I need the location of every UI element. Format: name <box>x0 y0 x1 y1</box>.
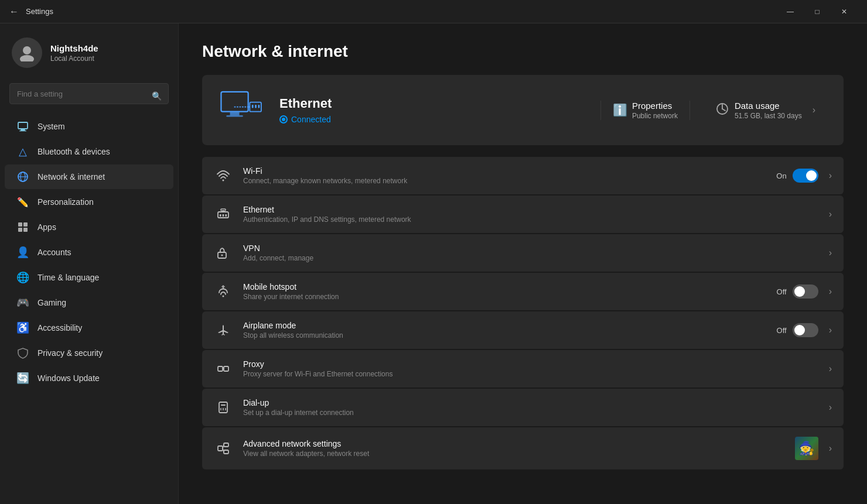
properties-icon: ℹ️ <box>613 103 627 117</box>
gaming-icon: 🎮 <box>16 296 29 309</box>
advanced-right: 🧙 › <box>795 437 832 460</box>
sidebar-item-label-accessibility: Accessibility <box>37 323 82 332</box>
hotspot-icon <box>214 282 233 301</box>
advanced-label: Advanced network settings <box>243 439 784 448</box>
settings-item-text-hotspot: Mobile hotspot Share your internet conne… <box>243 282 766 301</box>
svg-rect-11 <box>23 228 28 232</box>
ethernet-props-text: Properties Public network <box>632 101 678 120</box>
settings-item-text-proxy: Proxy Proxy server for Wi-Fi and Etherne… <box>243 359 814 378</box>
dialup-label: Dial-up <box>243 398 814 407</box>
svg-rect-2 <box>18 122 28 129</box>
ethernet-right: › <box>824 209 832 220</box>
user-profile[interactable]: Nightsh4de Local Account <box>0 23 178 78</box>
settings-item-dialup[interactable]: Dial-up Set up a dial-up internet connec… <box>202 389 844 426</box>
search-input[interactable] <box>9 83 169 104</box>
svg-rect-13 <box>230 112 240 115</box>
search-container: 🔍 <box>0 78 178 114</box>
wifi-icon <box>214 166 233 185</box>
app-container: Nightsh4de Local Account 🔍 System <box>0 23 867 504</box>
sidebar-item-update[interactable]: 🔄 Windows Update <box>5 366 173 390</box>
settings-item-ethernet[interactable]: Ethernet Authentication, IP and DNS sett… <box>202 196 844 233</box>
sidebar-item-accessibility[interactable]: ♿ Accessibility <box>5 316 173 340</box>
ethernet-status-text: Connected <box>291 115 331 124</box>
ethernet-properties[interactable]: ℹ️ Properties Public network <box>600 101 690 120</box>
sidebar-item-time[interactable]: 🌐 Time & language <box>5 265 173 290</box>
sidebar-item-network[interactable]: Network & internet <box>5 164 173 189</box>
svg-rect-9 <box>23 222 28 227</box>
advanced-desc: View all network adapters, network reset <box>243 450 784 458</box>
settings-item-text-wifi: Wi-Fi Connect, manage known networks, me… <box>243 166 766 185</box>
privacy-icon <box>16 347 29 359</box>
ethernet-data-usage[interactable]: Data usage 51.5 GB, last 30 days › <box>704 101 827 120</box>
proxy-icon <box>214 359 233 378</box>
proxy-right: › <box>824 364 832 374</box>
airplane-icon <box>214 321 233 340</box>
user-type: Local Account <box>50 54 98 63</box>
sidebar-item-system[interactable]: System <box>5 114 173 139</box>
settings-item-advanced[interactable]: Advanced network settings View all netwo… <box>202 427 844 469</box>
hotspot-chevron: › <box>829 286 832 297</box>
settings-item-text-dialup: Dial-up Set up a dial-up internet connec… <box>243 398 814 417</box>
sidebar-item-accounts[interactable]: 👤 Accounts <box>5 240 173 265</box>
settings-item-airplane[interactable]: Airplane mode Stop all wireless communic… <box>202 311 844 349</box>
titlebar-controls: — □ ✕ <box>777 0 858 23</box>
properties-sub: Public network <box>632 112 678 120</box>
avatar <box>12 37 42 68</box>
svg-line-44 <box>223 445 224 448</box>
sidebar-item-gaming[interactable]: 🎮 Gaming <box>5 290 173 315</box>
settings-item-text-airplane: Airplane mode Stop all wireless communic… <box>243 321 766 340</box>
proxy-label: Proxy <box>243 359 814 369</box>
settings-item-vpn[interactable]: VPN Add, connect, manage › <box>202 234 844 272</box>
settings-item-wifi[interactable]: Wi-Fi Connect, manage known networks, me… <box>202 157 844 194</box>
hotspot-toggle-label: Off <box>777 287 787 296</box>
svg-rect-28 <box>221 209 226 211</box>
minimize-button[interactable]: — <box>777 0 804 23</box>
ethernet-list-desc: Authentication, IP and DNS settings, met… <box>243 215 814 224</box>
settings-item-proxy[interactable]: Proxy Proxy server for Wi-Fi and Etherne… <box>202 350 844 388</box>
svg-point-0 <box>23 46 31 54</box>
update-icon: 🔄 <box>16 372 29 385</box>
wifi-chevron: › <box>829 170 832 181</box>
sidebar-item-label-privacy: Privacy & security <box>37 348 103 358</box>
airplane-toggle-label: Off <box>777 326 787 335</box>
airplane-toggle[interactable] <box>793 323 818 337</box>
window-title: Settings <box>26 7 53 16</box>
svg-rect-37 <box>221 404 226 406</box>
sidebar-item-label-update: Windows Update <box>37 373 100 383</box>
sidebar-item-label-network: Network & internet <box>37 172 105 181</box>
ethernet-icon-area <box>219 87 265 133</box>
hotspot-toggle[interactable] <box>793 284 818 299</box>
advanced-thumb-img: 🧙 <box>795 437 818 460</box>
airplane-label: Airplane mode <box>243 321 766 330</box>
sidebar-item-bluetooth[interactable]: △ Bluetooth & devices <box>5 139 173 164</box>
svg-rect-43 <box>224 450 228 454</box>
airplane-chevron: › <box>829 325 832 335</box>
sidebar-item-apps[interactable]: Apps <box>5 215 173 239</box>
ethernet-chevron: › <box>829 209 832 220</box>
sidebar-item-privacy[interactable]: Privacy & security <box>5 341 173 365</box>
settings-list: Wi-Fi Connect, manage known networks, me… <box>202 157 844 469</box>
hotspot-label: Mobile hotspot <box>243 282 766 292</box>
maximize-button[interactable]: □ <box>804 0 831 23</box>
airplane-right: Off › <box>777 323 832 337</box>
airplane-desc: Stop all wireless communication <box>243 331 766 340</box>
sidebar-item-label-bluetooth: Bluetooth & devices <box>37 147 110 156</box>
dialup-desc: Set up a dial-up internet connection <box>243 409 814 417</box>
svg-rect-10 <box>18 228 22 232</box>
wifi-toggle-knob <box>806 170 817 181</box>
svg-rect-24 <box>220 214 221 217</box>
titlebar-left: ← Settings <box>9 6 53 17</box>
dialup-chevron: › <box>829 402 832 413</box>
content-area: Network & internet <box>179 23 867 504</box>
wifi-toggle[interactable] <box>793 169 818 183</box>
close-button[interactable]: ✕ <box>831 0 858 23</box>
sidebar-item-personalization[interactable]: ✏️ Personalization <box>5 190 173 214</box>
ethernet-data-text: Data usage 51.5 GB, last 30 days <box>735 101 802 120</box>
svg-rect-12 <box>221 92 248 112</box>
back-icon[interactable]: ← <box>9 6 19 17</box>
ethernet-list-label: Ethernet <box>243 205 814 214</box>
settings-item-hotspot[interactable]: Mobile hotspot Share your internet conne… <box>202 273 844 310</box>
sidebar-item-label-personalization: Personalization <box>37 197 94 207</box>
data-usage-label: Data usage <box>735 101 802 111</box>
bluetooth-icon: △ <box>16 145 29 158</box>
